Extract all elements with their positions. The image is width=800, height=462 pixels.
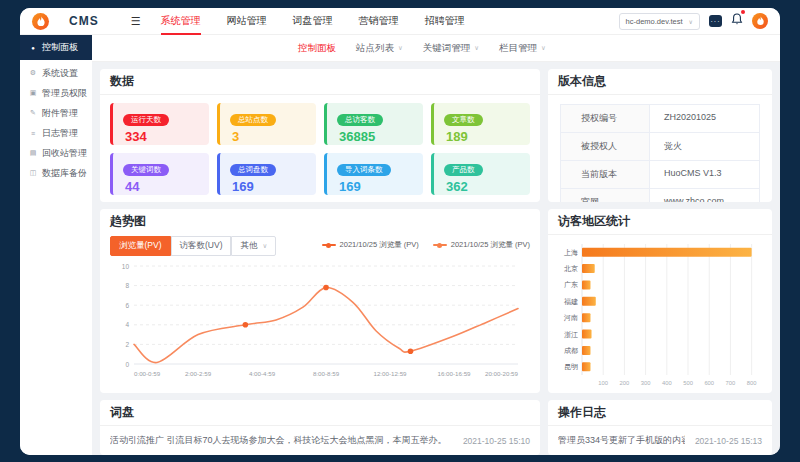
- svg-text:8: 8: [125, 282, 129, 289]
- quick-tabs-bar: 控制面板 站点列表 ∨ 关键词管理 ∨ 栏目管理 ∨: [92, 35, 780, 62]
- tab-site-list[interactable]: 站点列表 ∨: [356, 42, 403, 55]
- notifications-bell-icon[interactable]: [731, 12, 743, 30]
- svg-text:100: 100: [598, 380, 608, 386]
- trend-line-chart-svg: 02468100:00-0:592:00-2:594:00-4:598:00-8…: [106, 258, 530, 382]
- svg-text:20:00-20:59: 20:00-20:59: [485, 370, 519, 377]
- sidebar-item-admin-permissions[interactable]: ▣ 管理员权限: [20, 83, 92, 103]
- version-card-title: 版本信息: [548, 69, 772, 94]
- stat-value: 169: [232, 179, 308, 194]
- bell-glyph: [731, 13, 743, 26]
- svg-text:0: 0: [125, 361, 129, 368]
- svg-text:500: 500: [683, 380, 693, 386]
- avatar-flame-glyph: [756, 16, 765, 26]
- nav-item-website[interactable]: 网站管理: [227, 8, 267, 35]
- divider: [548, 234, 772, 235]
- version-table: 授权编号 ZH20201025 被授权人 觉火 当前版本 HuoCMS V1.3: [560, 104, 760, 202]
- wordbank-card-title: 词盘: [100, 400, 540, 425]
- other-dropdown[interactable]: 其他 ∨: [231, 236, 276, 256]
- stat-wordbanks: 总词盘数 169: [217, 153, 316, 195]
- svg-text:浙江: 浙江: [564, 331, 578, 339]
- stat-articles: 文章数 189: [431, 103, 530, 145]
- top-bar: CMS ☰ 系统管理 网站管理 词盘管理 营销管理 招聘管理 hc-demo.d…: [20, 8, 780, 35]
- trend-legend: 2021/10/25 浏览量 (PV) 2021/10/25 浏览量 (PV): [322, 240, 530, 250]
- wordbank-notice-card: 词盘 活动引流推广 引流目标70人去现场参加大会，科技论坛大会地点黑洞，本周五举…: [100, 400, 540, 455]
- stat-badge: 文章数: [444, 114, 483, 127]
- stat-value: 362: [446, 179, 522, 194]
- content-area: 控制面板 站点列表 ∨ 关键词管理 ∨ 栏目管理 ∨: [92, 35, 780, 455]
- svg-text:2: 2: [125, 341, 129, 348]
- visitor-regions-card: 访客地区统计 100200300400500600700800上海北京广东福建河…: [548, 209, 772, 393]
- permissions-icon: ▣: [29, 89, 37, 97]
- sidebar-item-db-backup[interactable]: ◫ 数据库备份: [20, 163, 92, 183]
- messages-icon[interactable]: ···: [709, 15, 722, 27]
- nav-item-marketing[interactable]: 营销管理: [359, 8, 399, 35]
- svg-text:4: 4: [125, 321, 129, 328]
- sidebar-collapse-icon[interactable]: ☰: [131, 15, 141, 28]
- sidebar-item-recycle-bin[interactable]: ▤ 回收站管理: [20, 143, 92, 163]
- pv-button[interactable]: 浏览量(PV): [110, 236, 171, 256]
- trend-line-chart: 02468100:00-0:592:00-2:594:00-4:598:00-8…: [106, 258, 536, 386]
- visitor-regions-title: 访客地区统计: [548, 209, 772, 234]
- tab-column-management[interactable]: 栏目管理 ∨: [499, 42, 546, 55]
- sidebar-item-logs[interactable]: ≡ 日志管理: [20, 123, 92, 143]
- operation-log-card: 操作日志 管理员334号更新了手机版的内容。 2021-10-25 15:13: [548, 400, 772, 455]
- table-row: 被授权人 觉火: [561, 132, 759, 160]
- chevron-down-icon: ∨: [398, 44, 403, 52]
- legend-item[interactable]: 2021/10/25 浏览量 (PV): [433, 240, 530, 250]
- table-row: 官网 www.zhco.com: [561, 188, 759, 202]
- uv-button[interactable]: 访客数(UV): [171, 236, 232, 256]
- main-area: ● 控制面板 ⚙ 系统设置 ▣ 管理员权限 ✎ 附件管理 ≡ 日志管理 ▤ 回收…: [20, 35, 780, 455]
- svg-text:成都: 成都: [564, 347, 578, 355]
- sidebar-item-dashboard[interactable]: ● 控制面板: [20, 35, 92, 60]
- stat-value: 36885: [339, 129, 415, 144]
- log-list-icon: ≡: [29, 130, 37, 137]
- database-icon: ◫: [29, 169, 37, 177]
- svg-text:300: 300: [641, 380, 651, 386]
- version-card: 版本信息 授权编号 ZH20201025 被授权人 觉火: [548, 69, 772, 202]
- svg-text:700: 700: [726, 380, 736, 386]
- environment-select-value: hc-demo.dev.test: [626, 17, 683, 26]
- stat-value: 3: [232, 129, 308, 144]
- notice-date: 2021-10-25 15:10: [463, 436, 530, 446]
- stat-value: 189: [446, 129, 522, 144]
- gear-icon: ⚙: [29, 69, 37, 77]
- stat-badge: 关键词数: [123, 164, 169, 177]
- tab-keyword-management[interactable]: 关键词管理 ∨: [423, 42, 479, 55]
- nav-item-recruit[interactable]: 招聘管理: [425, 8, 465, 35]
- top-nav: 系统管理 网站管理 词盘管理 营销管理 招聘管理: [161, 8, 465, 35]
- dot-icon: ●: [29, 45, 37, 51]
- log-text: 管理员334号更新了手机版的内容。: [558, 434, 685, 447]
- svg-text:广东: 广东: [564, 281, 578, 288]
- trend-card: 趋势图 浏览量(PV) 访客数(UV) 其他 ∨: [100, 209, 540, 393]
- nav-item-wordbank[interactable]: 词盘管理: [293, 8, 333, 35]
- sidebar-item-system-settings[interactable]: ⚙ 系统设置: [20, 63, 92, 83]
- flame-glyph: [36, 16, 46, 27]
- user-avatar[interactable]: [752, 13, 768, 29]
- brand-text: CMS: [69, 14, 99, 28]
- legend-item[interactable]: 2021/10/25 浏览量 (PV): [322, 240, 419, 250]
- svg-text:12:00-12:59: 12:00-12:59: [373, 370, 407, 377]
- list-item[interactable]: 管理员334号更新了手机版的内容。 2021-10-25 15:13: [548, 426, 772, 455]
- svg-text:河南: 河南: [563, 314, 578, 322]
- divider: [548, 94, 772, 95]
- svg-text:16:00-16:59: 16:00-16:59: [437, 370, 471, 377]
- region-bar-chart-svg: 100200300400500600700800上海北京广东福建河南浙江成都昆明: [552, 239, 764, 389]
- legend-marker-icon: [322, 244, 336, 246]
- sidebar-item-attachments[interactable]: ✎ 附件管理: [20, 103, 92, 123]
- svg-text:8:00-8:59: 8:00-8:59: [313, 370, 340, 377]
- stat-value: 44: [125, 179, 201, 194]
- stat-badge: 导入词条数: [337, 164, 391, 177]
- svg-text:400: 400: [662, 380, 672, 386]
- stat-badge: 总站点数: [230, 114, 276, 127]
- list-item[interactable]: 活动引流推广 引流目标70人去现场参加大会，科技论坛大会地点黑洞，本周五举办。 …: [100, 426, 540, 455]
- stat-products: 产品数 362: [431, 153, 530, 195]
- stat-value: 169: [339, 179, 415, 194]
- svg-text:6: 6: [125, 302, 129, 309]
- topbar-right-cluster: hc-demo.dev.test ∨ ···: [619, 12, 768, 30]
- tab-dashboard[interactable]: 控制面板: [298, 42, 336, 55]
- environment-select[interactable]: hc-demo.dev.test ∨: [619, 13, 700, 30]
- svg-text:10: 10: [122, 263, 130, 270]
- svg-text:0:00-0:59: 0:00-0:59: [134, 370, 161, 377]
- stat-value: 334: [125, 129, 201, 144]
- nav-item-system[interactable]: 系统管理: [161, 8, 201, 35]
